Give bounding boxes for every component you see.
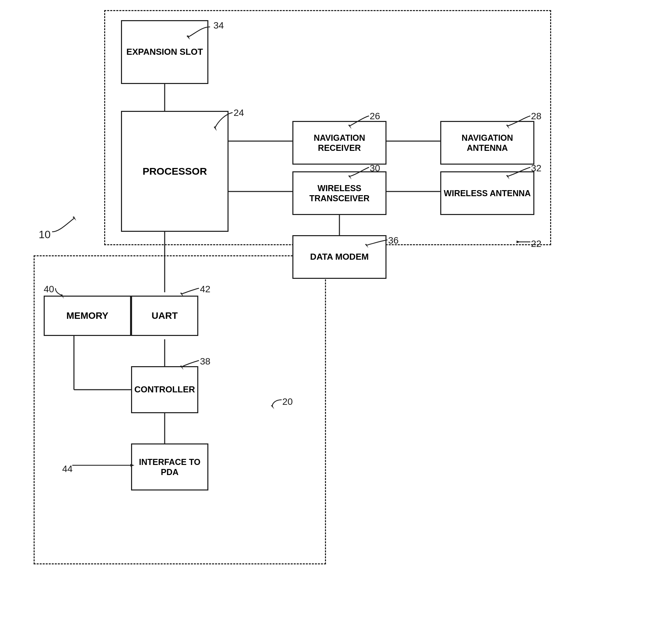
ref-36: 36: [388, 235, 399, 246]
memory-block: MEMORY: [44, 296, 131, 336]
data-modem-block: DATA MODEM: [292, 235, 386, 279]
ref-22: 22: [531, 238, 541, 249]
uart-block: UART: [131, 296, 198, 336]
wireless-antenna-block: WIRELESS ANTENNA: [440, 171, 534, 215]
navigation-antenna-block: NAVIGATION ANTENNA: [440, 121, 534, 165]
ref-20: 20: [282, 396, 293, 407]
ref-34: 34: [213, 20, 224, 31]
expansion-slot-block: EXPANSION SLOT: [121, 20, 208, 84]
wireless-transceiver-block: WIRELESS TRANSCEIVER: [292, 171, 386, 215]
svg-marker-25: [73, 216, 76, 221]
ref-44: 44: [62, 464, 73, 474]
ref-32: 32: [531, 163, 541, 174]
ref-38: 38: [200, 356, 210, 367]
processor-block: PROCESSOR: [121, 111, 228, 232]
controller-block: CONTROLLER: [131, 366, 198, 413]
interface-pda-block: INTERFACE TO PDA: [131, 443, 208, 490]
ref-24: 24: [233, 108, 244, 118]
ref-28: 28: [531, 111, 541, 122]
ref-30: 30: [370, 163, 380, 174]
ref-40: 40: [44, 284, 54, 295]
navigation-receiver-block: NAVIGATION RECEIVER: [292, 121, 386, 165]
ref-10: 10: [39, 228, 51, 241]
diagram: EXPANSION SLOT 34 PROCESSOR 24 NAVIGATIO…: [0, 0, 656, 644]
ref-42: 42: [200, 284, 210, 295]
ref-26: 26: [370, 111, 380, 122]
